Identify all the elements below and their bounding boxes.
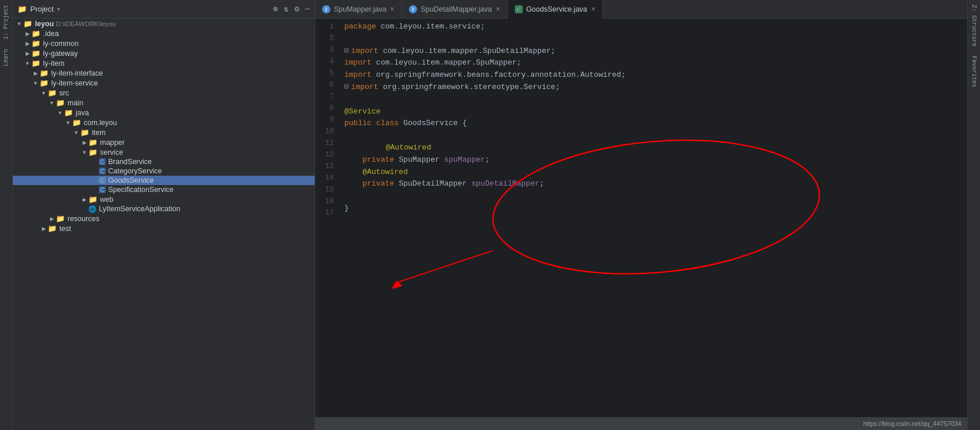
folder-icon: 📁 [31, 49, 41, 58]
class-icon: C [99, 158, 106, 165]
tree-item-mapper[interactable]: ▶ 📁 mapper [13, 137, 315, 147]
code-line-12: private SpuMapper spuMapper; [344, 154, 967, 166]
panel-header: 📁 Project ▾ ⊕ ⇅ ⚙ — [13, 0, 315, 19]
code-line-3: ⊟ import com.leyou.item.mapper.SpuDetail… [344, 45, 967, 58]
hierarchy-icon[interactable]: ⇅ [284, 4, 288, 14]
class-icon: C [99, 168, 106, 175]
expand-arrow: ▼ [56, 110, 64, 116]
code-line-8: @Service [344, 106, 967, 118]
tree-item-ly-gateway[interactable]: ▶ 📁 ly-gateway [13, 48, 315, 58]
tab-label: SpuDetailMapper.java [420, 5, 491, 13]
code-line-5: import org.springframework.beans.factory… [344, 69, 967, 81]
class-icon: C [99, 186, 106, 193]
minimize-icon[interactable]: — [305, 4, 310, 14]
folder-icon: 📁 [40, 69, 49, 77]
tab-spu-detail-mapper[interactable]: I SpuDetailMapper.java ✕ [402, 0, 507, 19]
expand-arrow: ▶ [80, 140, 88, 145]
tree-item-test[interactable]: ▶ 📁 test [13, 223, 315, 233]
tree-item-ly-item[interactable]: ▼ 📁 ly-item [13, 58, 315, 68]
code-line-15 [344, 190, 967, 202]
expand-arrow: ▶ [23, 51, 31, 56]
code-line-7 [344, 94, 967, 106]
tree-item-resources[interactable]: ▶ 📁 resources [13, 214, 315, 223]
target-icon[interactable]: ⊕ [273, 4, 277, 14]
expand-arrow: ▶ [23, 41, 31, 47]
folder-icon: 📁 [56, 98, 65, 107]
expand-arrow: ▼ [31, 80, 40, 86]
project-tree: ▼ 📁 leyou D:\IDEAWORK\leyou ▶ 📁 .idea ▶ … [13, 19, 315, 430]
expand-arrow: ▼ [40, 90, 48, 96]
folder-icon: 📁 [56, 214, 65, 223]
expand-arrow: ▼ [72, 130, 80, 136]
expand-arrow: ▶ [40, 226, 48, 232]
tree-item-service[interactable]: ▼ 📁 service [13, 147, 315, 157]
folder-icon: 📁 [40, 79, 49, 87]
code-line-10 [344, 130, 967, 142]
structure-tab[interactable]: Z: Structure [970, 0, 978, 51]
close-icon[interactable]: ✕ [390, 6, 394, 12]
code-line-1: package com.leyou.item.service; [344, 21, 967, 33]
editor-area: I SpuMapper.java ✕ I SpuDetailMapper.jav… [315, 0, 967, 430]
panel-icons: ⊕ ⇅ ⚙ — [273, 4, 310, 14]
dropdown-arrow[interactable]: ▾ [57, 6, 60, 12]
code-line-2 [344, 33, 967, 45]
expand-arrow: ▶ [31, 70, 40, 76]
class-icon: C [99, 177, 106, 184]
folder-icon: 📁 [31, 29, 41, 38]
folder-icon: 📁 [17, 5, 27, 13]
tab-spu-mapper[interactable]: I SpuMapper.java ✕ [315, 0, 402, 19]
tab-label: SpuMapper.java [334, 5, 386, 13]
expand-arrow: ▼ [15, 21, 23, 27]
interface-icon: I [322, 5, 330, 13]
status-bar: https://blog.csdn.net/qq_44757034 [315, 417, 967, 430]
tree-item-idea[interactable]: ▶ 📁 .idea [13, 29, 315, 38]
tree-item-web[interactable]: ▶ 📁 web [13, 194, 315, 204]
tree-item-java[interactable]: ▼ 📁 java [13, 108, 315, 118]
svg-marker-2 [391, 280, 402, 289]
tree-item-item[interactable]: ▼ 📁 item [13, 127, 315, 137]
tree-item-spec-service[interactable]: C SpecificationService [13, 185, 315, 194]
tree-item-src[interactable]: ▼ 📁 src [13, 88, 315, 98]
code-line-9: ● public class GoodsService { [344, 118, 967, 130]
panel-title-text: Project [30, 5, 54, 13]
tree-item-goods-service[interactable]: C GoodsService [13, 176, 315, 185]
folder-icon: 📁 [31, 59, 41, 67]
code-line-6: ⊟ import org.springframework.stereotype.… [344, 81, 967, 94]
folder-icon: 📁 [88, 195, 98, 204]
tree-item-brand-service[interactable]: C BrandService [13, 157, 315, 166]
tree-item-app[interactable]: 🌐 LyItemServiceApplication [13, 204, 315, 214]
folder-icon: 📁 [64, 108, 73, 117]
expand-arrow: ▶ [48, 216, 56, 222]
code-line-4: import com.leyou.item.mapper.SpuMapper; [344, 57, 967, 69]
line-numbers: 1 2 3 4 5 6 7 8 9 10 11 12 13 14 15 16 1… [315, 19, 340, 417]
folder-icon: 📁 [88, 148, 98, 157]
learn-tab[interactable]: Learn [2, 44, 10, 71]
code-content[interactable]: package com.leyou.item.service; ⊟ import… [340, 19, 967, 417]
tree-item-ly-common[interactable]: ▶ 📁 ly-common [13, 38, 315, 48]
code-line-14: private SpuDetailMapper spuDetailMapper; [344, 178, 967, 190]
settings-icon[interactable]: ⚙ [294, 4, 299, 14]
code-line-13: @Autowired [344, 166, 967, 179]
project-tab[interactable]: 1: Project [2, 0, 10, 44]
side-tabs-left: 1: Project Learn [0, 0, 13, 430]
tree-item-ly-item-interface[interactable]: ▶ 📁 ly-item-interface [13, 68, 315, 78]
folder-icon: 📁 [48, 224, 57, 233]
svg-line-1 [394, 251, 493, 283]
expand-arrow: ▼ [80, 150, 88, 155]
tree-item-leyou[interactable]: ▼ 📁 leyou D:\IDEAWORK\leyou [13, 19, 315, 29]
tree-item-com-leyou[interactable]: ▼ 📁 com.leyou [13, 118, 315, 127]
tree-item-category-service[interactable]: C CategoryService [13, 166, 315, 176]
folder-icon: 📁 [80, 128, 90, 137]
close-icon[interactable]: ✕ [496, 6, 500, 12]
expand-arrow: ▼ [64, 120, 72, 126]
tree-item-main[interactable]: ▼ 📁 main [13, 98, 315, 108]
tab-goods-service[interactable]: C GoodsService.java ✕ [508, 0, 603, 19]
favorites-tab[interactable]: Favorites [970, 51, 978, 92]
tree-item-ly-item-service[interactable]: ▼ 📁 ly-item-service [13, 78, 315, 88]
close-icon[interactable]: ✕ [591, 6, 596, 12]
code-line-16: } [344, 202, 967, 215]
project-panel: 📁 Project ▾ ⊕ ⇅ ⚙ — ▼ 📁 leyou D:\IDEAWOR… [13, 0, 315, 430]
status-url: https://blog.csdn.net/qq_44757034 [863, 420, 961, 427]
tab-bar: I SpuMapper.java ✕ I SpuDetailMapper.jav… [315, 0, 967, 19]
folder-icon: 📁 [48, 88, 57, 97]
